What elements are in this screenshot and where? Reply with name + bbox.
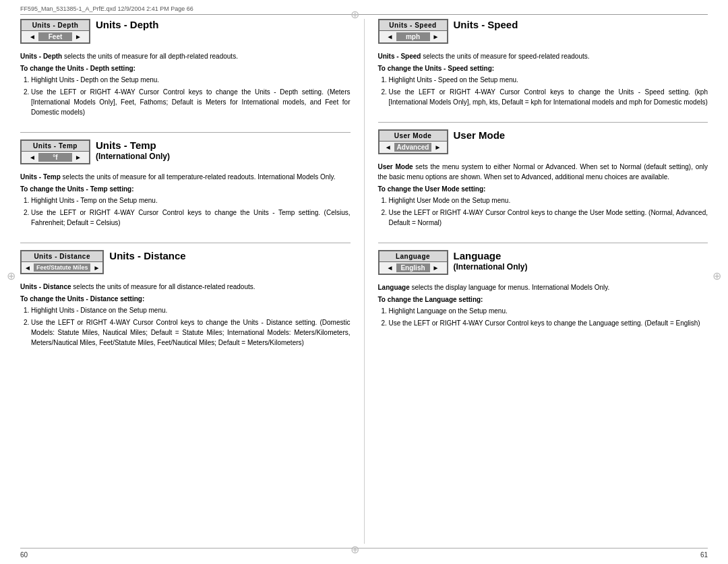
widget-temp-value-row: ◄ °f ► [22, 152, 89, 163]
temp-step-1: Highlight Units - Temp on the Setup menu… [31, 195, 351, 206]
widget-language: Language ◄ English ► [378, 250, 448, 275]
widget-distance-title: Units - Distance [22, 251, 102, 262]
distance-description: Units - Distance selects the units of me… [20, 282, 351, 292]
section-language-header: Language ◄ English ► Language (Internati… [378, 250, 708, 279]
speed-desc-normal: selects the units of measure for speed-r… [421, 53, 589, 60]
widget-temp-title: Units - Temp [22, 141, 89, 152]
widget-units-speed: Units - Speed ◄ mph ► [378, 19, 448, 44]
header-bar: FF595_Man_531385-1_A_PrfE.qxd 12/9/2004 … [20, 5, 708, 15]
section-user-mode: User Mode ◄ Advanced ► User Mode User Mo… [378, 129, 708, 228]
usermode-title: User Mode [454, 129, 506, 141]
widget-language-title: Language [380, 251, 447, 262]
speed-steps: Highlight Units - Speed on the Setup men… [378, 75, 708, 107]
speed-description: Units - Speed selects the units of measu… [378, 51, 708, 61]
depth-step-2: Use the LEFT or RIGHT 4-WAY Cursor Contr… [31, 87, 351, 117]
divider-4 [378, 243, 708, 243]
usermode-steps: Highlight User Mode on the Setup menu. U… [378, 195, 708, 228]
content-area: Units - Depth ◄ Feet ► Units - Depth Uni… [20, 19, 708, 544]
divider-1 [20, 132, 351, 133]
depth-setting-heading: To change the Units - Depth setting: [20, 65, 351, 72]
section-depth-header: Units - Depth ◄ Feet ► Units - Depth [20, 19, 351, 48]
speed-desc-bold: Units - Speed [378, 53, 421, 60]
section-usermode-header: User Mode ◄ Advanced ► User Mode [378, 129, 708, 158]
temp-subtitle: (International Only) [96, 152, 170, 161]
widget-usermode-value-row: ◄ Advanced ► [380, 142, 447, 153]
widget-units-depth: Units - Depth ◄ Feet ► [20, 19, 90, 44]
language-left-arrow[interactable]: ◄ [387, 264, 394, 272]
temp-value: °f [38, 153, 72, 162]
language-step-1: Highlight Language on the Setup menu. [389, 306, 708, 316]
language-title: Language [454, 250, 528, 261]
distance-title: Units - Distance [109, 250, 185, 261]
usermode-desc-normal: sets the menu system to either Normal or… [378, 163, 708, 181]
distance-left-arrow[interactable]: ◄ [24, 264, 31, 272]
language-desc-bold: Language [378, 284, 410, 291]
temp-left-arrow[interactable]: ◄ [29, 154, 36, 161]
depth-left-arrow[interactable]: ◄ [29, 33, 36, 40]
section-language: Language ◄ English ► Language (Internati… [378, 250, 708, 328]
speed-setting-heading: To change the Units - Speed setting: [378, 65, 708, 72]
depth-header-text: Units - Depth [90, 19, 158, 30]
language-description: Language selects the display language fo… [378, 282, 708, 292]
distance-step-2: Use the LEFT or RIGHT 4-WAY Cursor Contr… [31, 317, 351, 348]
widget-usermode-title: User Mode [380, 131, 447, 142]
usermode-step-2: Use the LEFT or RIGHT 4-WAY Cursor Contr… [389, 208, 708, 228]
depth-desc-bold: Units - Depth [20, 53, 62, 60]
speed-title: Units - Speed [454, 19, 518, 30]
usermode-description: User Mode sets the menu system to either… [378, 162, 708, 182]
language-value: English [396, 263, 430, 272]
temp-right-arrow[interactable]: ► [75, 154, 82, 161]
section-units-speed: Units - Speed ◄ mph ► Units - Speed Unit… [378, 19, 708, 107]
temp-setting-heading: To change the Units - Temp setting: [20, 185, 351, 193]
language-setting-heading: To change the Language setting: [378, 296, 708, 303]
depth-steps: Highlight Units - Depth on the Setup men… [20, 75, 351, 117]
footer-right-page: 61 [700, 551, 708, 559]
widget-speed-title: Units - Speed [380, 20, 447, 31]
distance-desc-normal: selects the units of measure for all dis… [71, 283, 255, 290]
distance-step-1: Highlight Units - Distance on the Setup … [31, 305, 351, 315]
distance-right-arrow[interactable]: ► [93, 264, 100, 272]
language-right-arrow[interactable]: ► [433, 264, 439, 272]
divider-3 [378, 122, 708, 123]
widget-speed-value-row: ◄ mph ► [380, 31, 447, 42]
footer-left-page: 60 [20, 551, 28, 559]
crosshair-left: ⊕ [7, 270, 16, 282]
header-text: FF595_Man_531385-1_A_PrfE.qxd 12/9/2004 … [20, 5, 193, 12]
language-step-2: Use the LEFT or RIGHT 4-WAY Cursor Contr… [389, 318, 708, 328]
widget-depth-title: Units - Depth [22, 20, 89, 31]
depth-value: Feet [38, 32, 72, 41]
temp-desc-bold: Units - Temp [20, 173, 61, 181]
left-column: Units - Depth ◄ Feet ► Units - Depth Uni… [20, 19, 365, 544]
distance-header-text: Units - Distance [104, 250, 185, 261]
widget-user-mode: User Mode ◄ Advanced ► [378, 129, 448, 154]
usermode-header-text: User Mode [448, 129, 506, 141]
speed-right-arrow[interactable]: ► [433, 33, 439, 40]
usermode-right-arrow[interactable]: ► [434, 144, 441, 151]
distance-value: Feet/Statute Miles [34, 263, 91, 272]
crosshair-right: ⊕ [712, 270, 721, 282]
usermode-left-arrow[interactable]: ◄ [385, 144, 392, 151]
speed-left-arrow[interactable]: ◄ [387, 33, 394, 40]
divider-2 [20, 243, 351, 243]
usermode-desc-bold: User Mode [378, 163, 413, 170]
section-distance-header: Units - Distance ◄ Feet/Statute Miles ► … [20, 250, 351, 278]
language-subtitle: (International Only) [454, 262, 528, 272]
section-speed-header: Units - Speed ◄ mph ► Units - Speed [378, 19, 708, 48]
speed-value: mph [396, 32, 430, 41]
usermode-step-1: Highlight User Mode on the Setup menu. [389, 195, 708, 206]
speed-step-2: Use the LEFT or RIGHT 4-WAY Cursor Contr… [389, 87, 708, 107]
distance-steps: Highlight Units - Distance on the Setup … [20, 305, 351, 348]
language-desc-normal: selects the display language for menus. … [410, 284, 610, 291]
distance-desc-bold: Units - Distance [20, 283, 71, 290]
right-column: Units - Speed ◄ mph ► Units - Speed Unit… [365, 19, 708, 544]
section-units-temp: Units - Temp ◄ °f ► Units - Temp (Intern… [20, 139, 351, 228]
speed-step-1: Highlight Units - Speed on the Setup men… [389, 75, 708, 85]
language-steps: Highlight Language on the Setup menu. Us… [378, 306, 708, 328]
depth-desc-normal: selects the units of measure for all dep… [62, 53, 238, 60]
temp-title: Units - Temp [96, 139, 170, 151]
section-temp-header: Units - Temp ◄ °f ► Units - Temp (Intern… [20, 139, 351, 168]
depth-description: Units - Depth selects the units of measu… [20, 51, 351, 61]
depth-right-arrow[interactable]: ► [75, 33, 82, 40]
distance-setting-heading: To change the Units - Distance setting: [20, 295, 351, 303]
usermode-value: Advanced [394, 143, 432, 152]
